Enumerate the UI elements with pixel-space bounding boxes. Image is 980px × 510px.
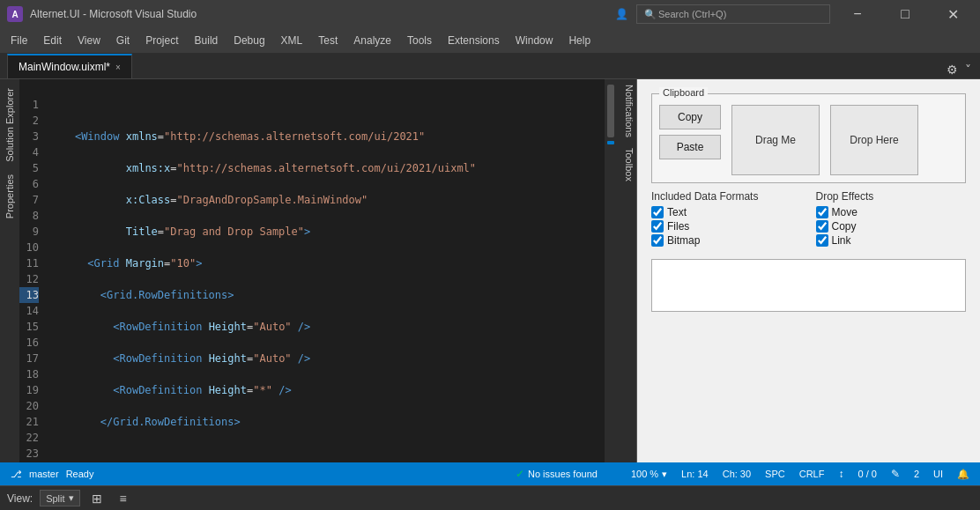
- clipboard-content: Copy Paste Drag Me Drop Here: [659, 105, 958, 175]
- menu-file[interactable]: File: [4, 31, 34, 50]
- ok-icon: ✓: [516, 468, 524, 480]
- statusbar: ⎇ master Ready ✓ No issues found 100 % ▾…: [0, 462, 980, 485]
- format-files-checkbox[interactable]: [651, 220, 664, 233]
- scrollbar-thumb[interactable]: [607, 85, 614, 137]
- drag-me-box[interactable]: Drag Me: [731, 105, 820, 175]
- menu-git[interactable]: Git: [109, 31, 137, 50]
- log-area: [651, 259, 966, 312]
- menu-project[interactable]: Project: [138, 31, 185, 50]
- tab-chevron-icon[interactable]: ˅: [963, 61, 973, 78]
- menu-build[interactable]: Build: [188, 31, 226, 50]
- view-grid-icon[interactable]: ⊞: [87, 489, 107, 508]
- tabbar-actions: ⚙ ˅: [945, 61, 980, 78]
- git-branch[interactable]: master: [29, 469, 59, 479]
- status-ready: Ready: [66, 469, 94, 479]
- search-icon: 🔍: [644, 9, 657, 20]
- warning-icon: ✎: [891, 468, 900, 480]
- tab-main-window[interactable]: MainWindow.uixml* ×: [7, 54, 132, 78]
- menu-tools[interactable]: Tools: [400, 31, 439, 50]
- effect-move-item: Move: [816, 206, 967, 218]
- formats-effects-row: Included Data Formats Text Files Bitmap …: [651, 190, 966, 248]
- effect-move-label: Move: [832, 206, 858, 218]
- clipboard-groupbox: Clipboard Copy Paste Drag Me Drop Here: [651, 93, 966, 183]
- editor-content[interactable]: <Window xmlns="http://schemas.alternetso…: [46, 79, 605, 462]
- effects-group: Drop Effects Move Copy Link: [816, 190, 967, 248]
- effect-move-checkbox[interactable]: [816, 206, 828, 218]
- formats-title: Included Data Formats: [651, 190, 802, 203]
- effect-copy-label: Copy: [832, 220, 857, 233]
- scrollbar-position-indicator: [607, 141, 614, 144]
- search-box[interactable]: 🔍 Search (Ctrl+Q): [636, 4, 830, 24]
- notification-icon[interactable]: 🔔: [957, 469, 969, 480]
- effect-link-checkbox[interactable]: [816, 234, 828, 247]
- paste-button[interactable]: Paste: [659, 135, 721, 159]
- menu-xml[interactable]: XML: [274, 31, 310, 50]
- effect-link-item: Link: [816, 234, 967, 247]
- minimize-button[interactable]: −: [837, 0, 878, 28]
- spc-label: SPC: [765, 469, 785, 479]
- titlebar: A Alternet.UI - Microsoft Visual Studio …: [0, 0, 980, 28]
- menu-extensions[interactable]: Extensions: [441, 31, 507, 50]
- menu-test[interactable]: Test: [311, 31, 345, 50]
- notifications-panel-label[interactable]: Notifications: [617, 79, 636, 143]
- format-text-item: Text: [651, 206, 802, 218]
- sidebar-item-solution-explorer[interactable]: Solution Explorer: [3, 83, 17, 167]
- scroll-indicator: [612, 467, 617, 481]
- git-icon: ⎇: [11, 469, 22, 480]
- right-panels: Notifications Toolbox: [617, 79, 636, 462]
- statusbar-left: ⎇ master Ready: [11, 469, 93, 480]
- menubar: File Edit View Git Project Build Debug X…: [0, 28, 980, 53]
- split-chevron: ▾: [69, 492, 74, 504]
- menu-analyze[interactable]: Analyze: [346, 31, 398, 50]
- main-layout: Solution Explorer Properties 1 2 3 4 5 6…: [0, 79, 980, 462]
- crlf-label: CRLF: [799, 469, 825, 479]
- sidebar-item-properties[interactable]: Properties: [3, 169, 17, 224]
- no-issues-label: No issues found: [528, 469, 598, 479]
- app-title: Alternet.UI - Microsoft Visual Studio: [30, 8, 606, 20]
- view-list-icon[interactable]: ≡: [114, 489, 133, 508]
- search-placeholder: Search (Ctrl+Q): [658, 9, 726, 19]
- format-files-item: Files: [651, 220, 802, 233]
- view-label: View:: [7, 492, 33, 505]
- formats-group: Included Data Formats Text Files Bitmap: [651, 190, 802, 248]
- clipboard-buttons: Copy Paste: [659, 105, 721, 159]
- profile-icon: 👤: [613, 6, 629, 22]
- effect-copy-checkbox[interactable]: [816, 220, 828, 233]
- clipboard-group-title: Clipboard: [659, 87, 708, 98]
- menu-edit[interactable]: Edit: [36, 31, 69, 50]
- statusbar-right: ✓ No issues found 100 % ▾ Ln: 14 Ch: 30 …: [516, 467, 969, 481]
- zoom-chevron: ▾: [662, 469, 667, 480]
- app-logo: A: [7, 6, 23, 22]
- preview-panel: Clipboard Copy Paste Drag Me Drop Here I…: [636, 79, 980, 462]
- maximize-button[interactable]: □: [885, 0, 925, 28]
- format-bitmap-item: Bitmap: [651, 234, 802, 247]
- tab-label: MainWindow.uixml*: [19, 61, 110, 73]
- copy-button[interactable]: Copy: [659, 105, 721, 129]
- drop-here-box[interactable]: Drop Here: [830, 105, 918, 175]
- format-bitmap-checkbox[interactable]: [651, 234, 664, 247]
- tabbar: MainWindow.uixml* × ⚙ ˅: [0, 53, 980, 79]
- toolbox-panel-label[interactable]: Toolbox: [617, 143, 636, 187]
- menu-view[interactable]: View: [71, 31, 108, 50]
- ui-label: UI: [933, 469, 943, 479]
- zoom-control[interactable]: 100 % ▾: [631, 469, 667, 480]
- status-ok: ✓ No issues found: [516, 468, 598, 480]
- editor-scrollbar[interactable]: [605, 79, 617, 462]
- tab-close-button[interactable]: ×: [115, 63, 121, 72]
- side-panels: Solution Explorer Properties: [0, 79, 19, 462]
- editor-area: 1 2 3 4 5 6 7 8 9 10 11 12 13 14 15 16 1…: [19, 79, 617, 462]
- menu-window[interactable]: Window: [509, 31, 561, 50]
- format-text-checkbox[interactable]: [651, 206, 664, 218]
- menu-debug[interactable]: Debug: [226, 31, 271, 50]
- editor-gutter: 1 2 3 4 5 6 7 8 9 10 11 12 13 14 15 16 1…: [19, 79, 46, 462]
- split-dropdown[interactable]: Split ▾: [40, 490, 79, 506]
- ch-label: Ch: 30: [723, 469, 751, 479]
- warnings-label: 2: [914, 469, 919, 479]
- error-icon: ↕: [838, 468, 843, 480]
- effect-link-label: Link: [832, 234, 851, 247]
- close-button[interactable]: ✕: [932, 0, 973, 28]
- effect-copy-item: Copy: [816, 220, 967, 233]
- menu-help[interactable]: Help: [561, 31, 598, 50]
- tab-settings-icon[interactable]: ⚙: [945, 61, 960, 78]
- split-label: Split: [46, 493, 64, 504]
